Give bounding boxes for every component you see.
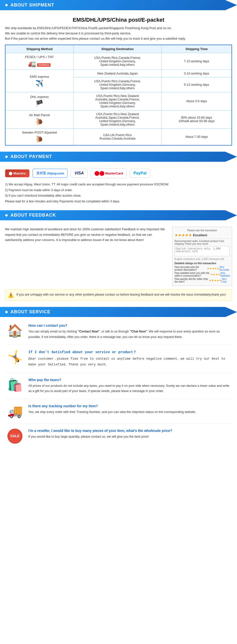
shipment-desc-1: We ship worldwide by EMS/DHL/UPS/FEDEX/T… [5,26,172,30]
snail-icon-2: 🐌 [35,135,43,143]
alipay-icon: 支付宝 [36,171,46,176]
rating-stars-3: ★★★★★ [209,279,222,282]
table-row: DHL express 🏴 USA,Puerto Rico,New Zealan… [5,92,232,110]
express-badge: EXPRESS [37,63,51,67]
alipay-badge: 支付宝 Alipay.com [33,169,68,178]
payment-icons: ⬤ Maestro 支付宝 Alipay.com VISA ⬤⬤ MasterC… [5,168,232,178]
feedback-text: We maintain high standards of excellence… [5,227,168,243]
warning-text: If you are unhappy with our service or a… [16,292,226,297]
feedback-header-text: ABOUT FEEDBACK [10,212,56,218]
rating-label-3: Very Fast [222,278,230,283]
service-body-tracking: Yes, we ship every order with their Trac… [28,410,232,415]
dest-fesex: USA,Puerto Rico,Canada,France,United Kin… [73,53,161,70]
feedback-header: ABOUT FEEDBACK [0,210,237,220]
time-sweden: About 7-30 days [162,128,232,146]
rating-q2: How satisfied were you with the seller's… [175,272,210,277]
service-content-contact: How can I contact you? You can simply em… [28,324,232,340]
method-airmail: Air Mail Parcel 🐌 [5,110,73,128]
service-header-text: ABOUT SERVICE [10,309,50,314]
feedback-section: ABOUT FEEDBACK We maintain high standard… [0,210,237,307]
feedback-textarea[interactable] [175,246,230,256]
rating-stars-1: ★★★★★ [207,267,219,270]
stars-row: ★★★★★ Excellent [175,233,230,238]
shipment-title: EMS/DHL/UPS/China post/E-packet [5,17,232,23]
time-airmail: 90% about 15-60 days10%will above 50-90 … [162,110,232,128]
house-icon: 🏠 [7,324,23,338]
service-title-contact: How can I contact you? [28,324,232,328]
alipay-label: Alipay.com [47,172,64,175]
service-icon-contact: 🏠 [5,324,25,338]
payment-note-2: 2) Payment must be made within 3 days of… [5,188,232,193]
service-header: ABOUT SERVICE [0,307,237,317]
service-content-taxes: Who pay the taxes? All prices of our pro… [28,378,232,394]
person-icon: 🤸 [7,350,23,364]
payment-section: ABOUT PAYMENT ⬤ Maestro 支付宝 Alipay.com V… [0,152,237,210]
rating-q3: How quickly did the seller ship the item… [175,278,209,283]
service-body-contact: You can simply email us by clicking "Con… [28,329,232,340]
paypal-badge: PayPal [130,169,150,178]
time-ems-2: 5-12 working days [162,78,232,92]
excellent-label: Excellent [193,233,207,237]
master-icon: ⬤⬤ [94,170,104,176]
service-title-tracking: Is there any tracking number for my item… [28,404,232,408]
rating-row-1: How accurate was the product description… [175,266,230,271]
detailed-ratings: Detailed ratings on this transaction How… [175,262,230,283]
feedback-widget: Please rate this transaction ★★★★★ Excel… [172,227,232,286]
service-title-satisfied: If I don't Satisfied about your service … [28,350,232,354]
visa-badge: VISA [71,169,87,178]
service-item-tracking: 🚚 Is there any tracking number for my it… [5,404,232,424]
payment-note-3: 3) If you can't checkout immediately aft… [5,193,232,199]
shipment-header-text: ABOUT SHIPMENT [10,2,54,8]
time-fesex: 7-15 working days [162,53,232,70]
service-icon-tracking: 🚚 [5,404,25,418]
maestro-label: Maestro [13,172,26,175]
table-row: EMS express ✈️ New Zealand,Australia,Jap… [5,70,232,78]
delivery-truck-icon: 🚚 [7,404,23,418]
detailed-label: Detailed ratings on this transaction [175,262,230,265]
method-dhl: DHL express 🏴 [5,92,73,110]
service-item-taxes: 🛍️ Who pay the taxes? All prices of our … [5,378,232,399]
rating-q1: How accurate was the product description… [175,266,207,271]
service-title-reseller: I'm a reseller, I would like to buy many… [28,429,232,433]
rating-label-2: Very Satisfied [220,272,230,277]
visa-label: VISA [74,171,84,176]
col-method: Shipping Method [5,45,73,53]
dest-ems-2: USA,Puerto Rico,Canada,France,United Kin… [73,78,161,92]
feedback-comment: Recommended seller. Excellent product Fa… [175,238,230,245]
service-icon-satisfied: 🤸 [5,350,25,364]
method-sweden: Sweden POST=Epacket 🐌 [5,128,73,146]
table-row: FESEX / UPS / TNT 🚛 EXPRESS USA,Puerto R… [5,53,232,70]
service-item-contact: 🏠 How can I contact you? You can simply … [5,324,232,345]
maestro-badge: ⬤ Maestro [5,169,30,178]
rating-label-1: Very Accurate [219,266,230,271]
rating-row-3: How quickly did the seller ship the item… [175,278,230,283]
service-content-reseller: I'm a reseller, I would like to buy many… [28,429,232,440]
service-icon-taxes: 🛍️ [5,378,25,392]
shipping-table: Shipping Method Shipping Destination Shi… [5,44,232,146]
plane-icon: ✈️ [35,80,43,87]
shipment-section: ABOUT SHIPMENT EMS/DHL/UPS/China post/E-… [0,0,237,152]
payment-note-1: 1) We accept Alipay, West Union, TT. All… [5,182,232,188]
dest-sweden: USA,UK,Puerto RicoRussian,Canada,Austral… [73,128,161,146]
dest-ems-1: New Zealand,Australia,Japan [73,70,161,78]
char-count: English characters only, 1,000 character… [175,258,230,260]
payment-header: ABOUT PAYMENT [0,152,237,162]
bag-icon: 🛍️ [7,378,23,392]
time-ems-1: 3-10 working days [162,70,232,78]
service-section: ABOUT SERVICE 🏠 How can I contact you? Y… [0,307,237,460]
shipment-desc: We ship worldwide by EMS/DHL/UPS/FEDEX/T… [5,26,232,41]
master-label: MasterCard [105,172,123,175]
dest-airmail: USA,Puerto Rico,New ZealandAustralia,Jap… [73,110,161,128]
maestro-icon: ⬤ [9,172,12,175]
dest-dhl: USA,Puerto Rico,New ZealandAustralia,Jap… [73,92,161,110]
service-content-satisfied: If I don't Satisfied about your service … [28,350,232,368]
rating-stars: ★★★★★ [175,233,192,238]
col-time: Shipping Time [162,45,232,53]
service-body-reseller: If you would like to buy large quantity,… [28,434,232,440]
rating-row-2: How satisfied were you with the seller's… [175,272,230,277]
payment-notes: 1) We accept Alipay, West Union, TT. All… [5,182,232,204]
table-row: Sweden POST=Epacket 🐌 USA,UK,Puerto Rico… [5,128,232,146]
method-fesex: FESEX / UPS / TNT 🚛 EXPRESS [5,53,73,70]
service-body-satisfied: Dear customer，please flee free to contac… [28,356,232,368]
service-icon-reseller: SALE [5,429,25,444]
